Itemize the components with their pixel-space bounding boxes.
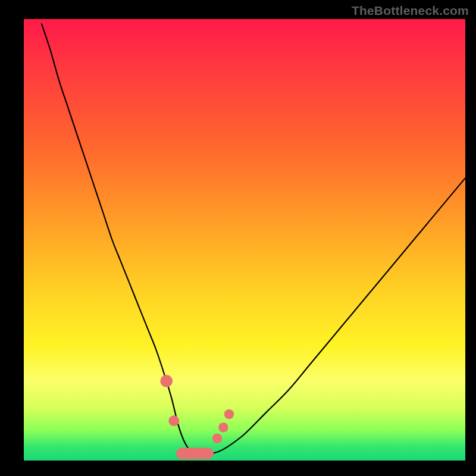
plot-area — [24, 19, 465, 461]
dot-marker — [168, 415, 179, 426]
dot-marker — [160, 375, 173, 387]
dot-marker — [224, 409, 234, 419]
bottom-band — [176, 448, 214, 459]
highlight-dots — [160, 375, 234, 443]
outer-frame: TheBottleneck.com — [0, 0, 476, 476]
watermark-text: TheBottleneck.com — [352, 4, 469, 18]
bottom-band-rect — [176, 448, 214, 459]
chart-svg — [24, 19, 465, 461]
dot-marker — [218, 422, 228, 432]
bottleneck-curve — [42, 23, 465, 454]
dot-marker — [212, 434, 222, 443]
